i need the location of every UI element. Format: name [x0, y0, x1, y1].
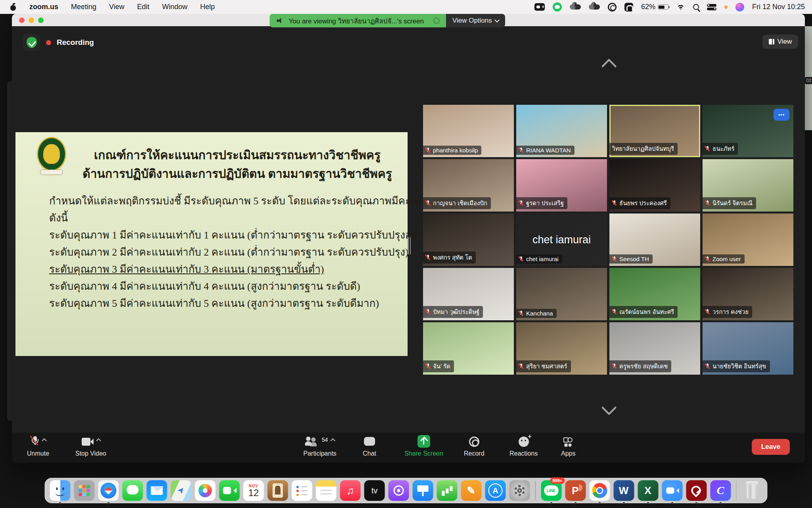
collapse-gallery-chevron-up-icon[interactable] — [601, 58, 617, 74]
calendar-day: 12 — [248, 488, 259, 498]
dock-excel-icon[interactable]: X — [638, 480, 658, 501]
dock-music-icon[interactable]: ♫ — [340, 480, 361, 501]
battery-status[interactable]: 62% — [641, 3, 668, 11]
participant-tile[interactable]: Kanchana — [516, 268, 607, 320]
dock-maps-icon[interactable] — [171, 480, 192, 501]
participant-tile[interactable]: chet iamuraichet iamurai — [516, 214, 607, 266]
participant-tile[interactable]: กาญจนา เชิดเมืองปัก — [423, 159, 514, 212]
participants-caret-icon[interactable] — [330, 438, 335, 443]
menu-zoom-us[interactable]: zoom.us — [24, 3, 64, 11]
participant-tile[interactable]: นิรันดร์ จิตรมณี — [703, 159, 793, 212]
apple-menu-icon[interactable] — [10, 3, 17, 11]
dock-appstore-icon[interactable]: A — [485, 480, 506, 501]
dock-trash-icon[interactable] — [742, 480, 762, 501]
participant-tile[interactable]: สุริยา ชมศาสตร์ — [516, 322, 607, 375]
minimize-window-button[interactable] — [29, 17, 34, 23]
share-screen-button[interactable]: Share Screen — [404, 436, 443, 457]
dock-line-icon[interactable]: LINE999+ — [541, 480, 561, 501]
video-options-caret-icon[interactable] — [96, 438, 101, 443]
dock-launchpad-icon[interactable] — [74, 480, 95, 501]
record-button[interactable]: Record — [464, 436, 485, 457]
dock-reminders-icon[interactable] — [292, 480, 312, 501]
participants-button[interactable]: 54 Participants — [303, 436, 337, 457]
participant-tile[interactable]: Zoom user — [703, 214, 793, 266]
dock-calendar-icon[interactable]: NOV12 — [243, 480, 264, 501]
audio-options-caret-icon[interactable] — [42, 438, 47, 443]
participant-tile[interactable]: จัน' รัด — [423, 322, 514, 375]
reactions-label: Reactions — [509, 450, 538, 457]
participant-tile[interactable]: phanthira kobsilp — [423, 105, 514, 157]
siri-icon[interactable] — [735, 3, 744, 12]
muted-mic-icon — [519, 310, 524, 317]
dock-settings-icon[interactable] — [509, 480, 530, 501]
hide-banner-icon[interactable] — [433, 17, 440, 24]
participant-tile[interactable]: ธนะภัทร์ — [703, 105, 793, 157]
dock-zoom-icon[interactable] — [662, 480, 682, 501]
apps-icon — [563, 437, 574, 447]
notability-icon[interactable] — [624, 3, 633, 12]
dock-mail-icon[interactable] — [147, 480, 167, 501]
dock-keynote-icon[interactable] — [413, 480, 433, 501]
spotlight-search-icon[interactable] — [693, 4, 699, 10]
cloud-icon[interactable] — [589, 4, 600, 10]
gallery-view-icon — [769, 39, 774, 44]
stop-video-label: Stop Video — [75, 450, 106, 457]
slide-level-line: ระดับคุณภาพ 2 มีค่าคะแนนเท่ากับ 2 คะแนน … — [49, 244, 443, 261]
participant-tile[interactable]: ณรัตน์ธนพร อันทะศรี — [609, 268, 700, 320]
menu-view[interactable]: View — [103, 3, 130, 11]
participant-tile[interactable]: ครูพรชัย สฤษดิเดช — [609, 322, 700, 375]
participant-tile[interactable]: ฐรดา ประเสริฐ — [516, 159, 607, 212]
dock-contacts-icon[interactable] — [268, 480, 288, 501]
participant-tile[interactable]: ปัทมา วุฒิประดิษฐ์ — [423, 268, 514, 320]
panel-resize-handle[interactable] — [408, 237, 411, 254]
dock-messages-icon[interactable] — [123, 480, 143, 501]
dock-pages-icon[interactable]: ✎ — [461, 480, 482, 501]
view-options-label: View Options — [452, 17, 492, 25]
participant-tile[interactable]: RIANA WADTAN — [516, 105, 607, 157]
unmute-button[interactable]: Unmute — [27, 436, 49, 457]
dock-notes-icon[interactable] — [316, 480, 337, 501]
dock-finder-icon[interactable] — [50, 480, 71, 501]
leave-button[interactable]: Leave — [752, 439, 790, 455]
menu-help[interactable]: Help — [195, 3, 220, 11]
participant-tile[interactable]: วิทยาลัยนาฏศิลปจันทบุรี — [609, 105, 700, 157]
creative-cloud-icon[interactable] — [608, 3, 617, 12]
dock-podcasts-icon[interactable] — [389, 480, 409, 501]
participant-more-options-button[interactable] — [774, 109, 789, 121]
dock-photos-icon[interactable] — [195, 480, 216, 501]
view-button[interactable]: View — [762, 35, 798, 49]
dock-canva-icon[interactable]: C — [710, 480, 731, 501]
participant-name-label: RIANA WADTAN — [516, 146, 575, 155]
chat-button[interactable]: Chat — [363, 436, 376, 457]
view-options-button[interactable]: View Options — [446, 14, 505, 27]
dock-acrobat-icon[interactable] — [686, 480, 707, 501]
security-shield-box[interactable] — [23, 34, 40, 51]
dock-facetime-icon[interactable] — [219, 480, 240, 501]
control-center-icon[interactable] — [707, 4, 716, 10]
reactions-button[interactable]: Reactions — [509, 436, 538, 457]
dock-appletv-icon[interactable]: tv — [364, 480, 385, 501]
fullscreen-window-button[interactable] — [38, 17, 44, 23]
wifi-icon[interactable] — [676, 4, 685, 10]
dock-powerpoint-icon[interactable]: P — [565, 480, 586, 501]
cloud-icon[interactable] — [570, 4, 581, 10]
participant-tile[interactable]: นายชัยวิชิต อินทร์สุข — [703, 322, 793, 375]
stop-video-button[interactable]: Stop Video — [75, 436, 106, 457]
line-icon[interactable] — [553, 2, 562, 12]
menu-edit[interactable]: Edit — [132, 3, 155, 11]
menubar-clock[interactable]: Fri 12 Nov 10:25 — [752, 3, 805, 11]
dock-safari-icon[interactable] — [98, 480, 119, 501]
zoom-video-icon[interactable] — [534, 3, 545, 11]
dock-chrome-icon[interactable] — [589, 480, 610, 501]
menu-meeting[interactable]: Meeting — [65, 3, 102, 11]
more-participants-chevron-down-icon[interactable] — [601, 400, 617, 416]
participant-tile[interactable]: วรการ คงช่วย — [703, 268, 793, 320]
close-window-button[interactable] — [19, 17, 25, 23]
participant-tile[interactable]: พงศกร สุทัต โต — [423, 214, 514, 266]
participant-tile[interactable]: ธันยพร ประคองศรี — [609, 159, 700, 212]
menu-window[interactable]: Window — [157, 3, 193, 11]
participant-tile[interactable]: Seesod TH — [609, 214, 700, 266]
dock-word-icon[interactable]: W — [613, 480, 634, 501]
apps-button[interactable]: Apps — [561, 436, 575, 457]
dock-numbers-icon[interactable] — [437, 480, 458, 501]
